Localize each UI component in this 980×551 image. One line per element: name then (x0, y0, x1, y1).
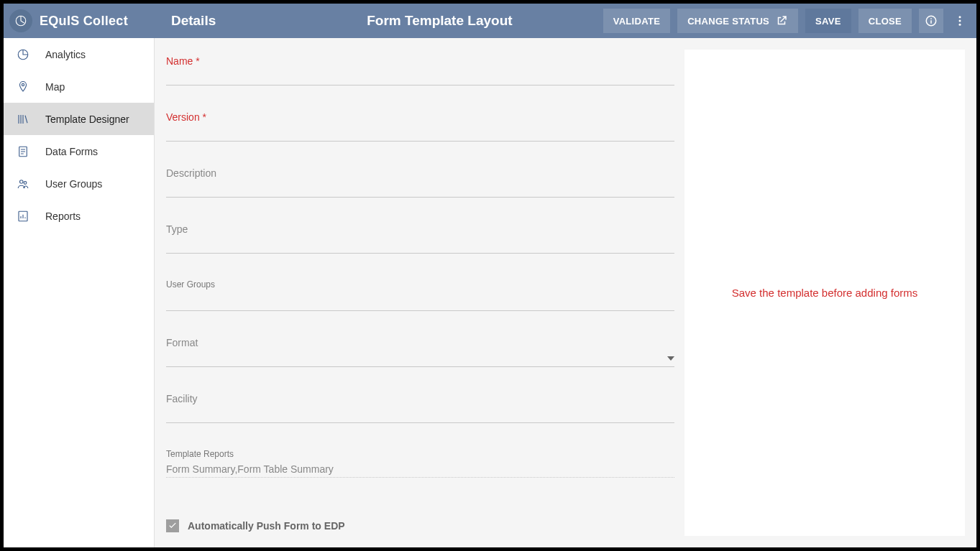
main-content: Name * Version * Description Type (155, 38, 976, 547)
svg-point-7 (20, 180, 24, 183)
field-label: Type (166, 223, 674, 235)
kebab-menu-button[interactable] (949, 9, 971, 33)
forms-panel-message: Save the template before adding forms (732, 287, 918, 299)
app-body: Analytics Map Template Designer (4, 38, 976, 547)
sidebar-item-label: Analytics (45, 49, 86, 60)
facility-field[interactable]: Facility (166, 393, 674, 423)
map-pin-icon (17, 80, 32, 93)
sidebar-item-template-designer[interactable]: Template Designer (4, 103, 154, 135)
sidebar-item-reports[interactable]: Reports (4, 200, 154, 232)
close-button[interactable]: CLOSE (858, 9, 912, 33)
sidebar-item-map[interactable]: Map (4, 70, 154, 103)
description-field[interactable]: Description (166, 167, 674, 198)
template-reports-field[interactable]: Template Reports Form Summary,Form Table… (166, 449, 674, 478)
field-label: Version * (166, 111, 674, 123)
sidebar-item-label: Reports (45, 210, 81, 222)
sidebar-item-data-forms[interactable]: Data Forms (4, 135, 154, 167)
section-title: Details (171, 13, 216, 29)
checkbox-label: Automatically Push Form to EDP (188, 520, 345, 532)
chevron-down-icon (667, 352, 674, 365)
change-status-button[interactable]: CHANGE STATUS (677, 9, 798, 33)
sidebar-item-label: Map (45, 81, 65, 93)
open-in-new-icon (775, 14, 788, 27)
field-label: Format (166, 337, 674, 348)
books-icon (17, 113, 32, 126)
sidebar-nav: Analytics Map Template Designer (4, 38, 155, 547)
field-label: Template Reports (166, 449, 674, 459)
app-logo-icon[interactable] (9, 9, 32, 32)
version-field[interactable]: Version * (166, 111, 674, 142)
field-label: Name * (166, 55, 674, 67)
name-field[interactable]: Name * (166, 55, 674, 85)
format-field[interactable]: Format (166, 337, 674, 367)
kebab-icon (953, 14, 966, 27)
details-form: Name * Version * Description Type (166, 50, 674, 536)
svg-point-2 (959, 20, 961, 22)
svg-point-3 (959, 24, 961, 26)
validate-button[interactable]: VALIDATE (603, 9, 670, 33)
page-title: Form Template Layout (244, 13, 595, 29)
checkbox-checked-icon[interactable] (166, 519, 179, 532)
change-status-label: CHANGE STATUS (687, 16, 769, 27)
sidebar-item-label: Template Designer (45, 114, 129, 125)
sidebar-item-analytics[interactable]: Analytics (4, 38, 154, 70)
pie-chart-icon (17, 48, 32, 61)
sidebar-item-label: User Groups (45, 178, 102, 190)
forms-panel: Save the template before adding forms (684, 50, 965, 536)
app-header: EQuIS Collect Details Form Template Layo… (4, 4, 976, 38)
sidebar-item-label: Data Forms (45, 146, 98, 157)
save-button[interactable]: SAVE (805, 9, 851, 33)
field-label: Description (166, 167, 674, 179)
field-value: Form Summary,Form Table Summary (166, 463, 334, 475)
sidebar-item-user-groups[interactable]: User Groups (4, 167, 154, 200)
document-icon (17, 145, 32, 158)
svg-point-8 (24, 181, 27, 184)
field-label: User Groups (166, 279, 674, 290)
svg-point-5 (22, 83, 24, 85)
users-icon (17, 177, 32, 190)
auto-push-row[interactable]: Automatically Push Form to EDP (166, 519, 674, 532)
field-label: Facility (166, 393, 674, 404)
type-field[interactable]: Type (166, 223, 674, 254)
user-groups-field[interactable]: User Groups (166, 279, 674, 311)
app-title: EQuIS Collect (40, 14, 128, 29)
svg-point-1 (959, 16, 961, 18)
bar-chart-icon (17, 210, 32, 223)
info-button[interactable] (919, 9, 943, 33)
info-icon (925, 14, 938, 27)
